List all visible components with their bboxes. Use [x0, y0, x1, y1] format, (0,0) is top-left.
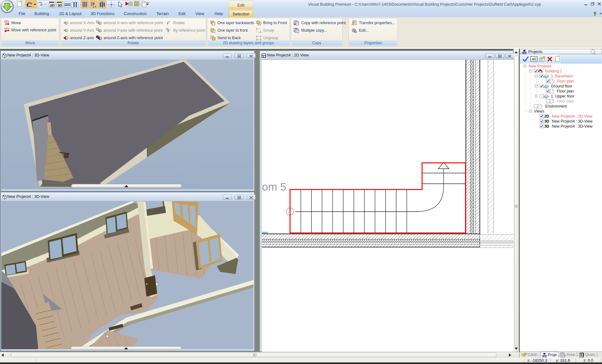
- svg-text:z: z: [100, 37, 101, 40]
- svg-text:x: x: [100, 22, 101, 25]
- svg-text:z: z: [66, 37, 67, 40]
- svg-text:x: x: [66, 22, 67, 24]
- svg-text:?: ?: [594, 11, 596, 16]
- svg-text:om 5: om 5: [262, 181, 286, 193]
- svg-text:abl: abl: [532, 57, 536, 61]
- svg-text:2D: 2D: [50, 3, 55, 7]
- svg-text:3D: 3D: [57, 3, 62, 7]
- svg-text:y: y: [100, 29, 101, 32]
- svg-text:y: y: [66, 29, 67, 32]
